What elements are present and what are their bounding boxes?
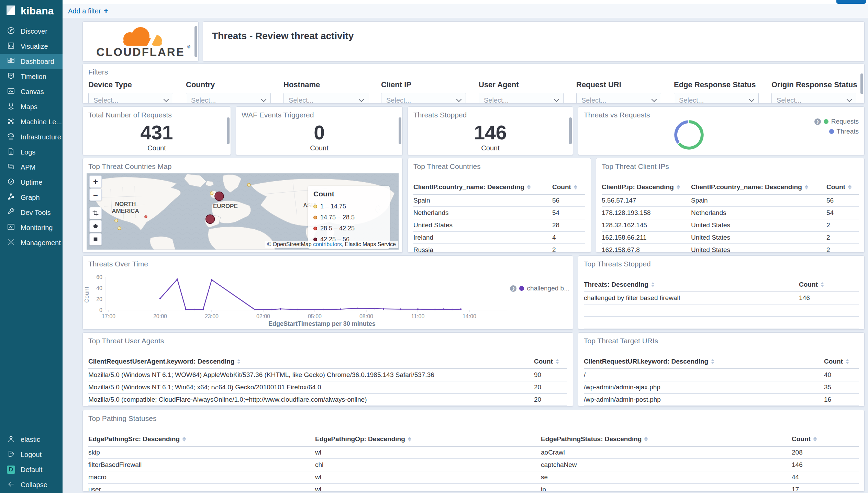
metric-value: 431 [83,122,231,144]
panel-scrollbar[interactable] [569,117,572,144]
sidebar-item-label: elastic [21,436,40,444]
column-header[interactable]: EdgePathingStatus: Descending [541,435,792,443]
map-zoom-out-button[interactable]: – [89,188,102,201]
sidebar-item-dev-tools[interactable]: Dev Tools [0,205,63,220]
sidebar-item-label: Maps [21,103,37,111]
column-header[interactable]: ClientRequestURI.keyword: Descending [584,358,824,365]
column-header[interactable]: Count [799,281,859,288]
sidebar-item-apm[interactable]: APM [0,160,63,175]
map-draw-bounds-tool[interactable] [89,233,102,245]
map-bubble-russia[interactable] [247,183,251,186]
line-chart[interactable]: 020406017:0020:0023:0002:0005:0008:0011:… [83,256,573,330]
table-cell: / [584,371,824,379]
legend-collapse-icon[interactable]: ❯ [510,285,516,292]
column-header[interactable]: Count [824,358,859,365]
column-header[interactable]: ClientIP.country_name: Descending [691,183,826,191]
map-zoom-in-button[interactable]: + [89,175,102,188]
filter-select[interactable]: Select... [576,93,661,104]
sidebar-footer-collapse[interactable]: Collapse [0,477,63,492]
metric-threats-stopped: Threats Stopped 146 Count [408,106,573,155]
filter-select[interactable]: Select... [479,93,564,104]
map-bubble-us-central-[interactable] [115,219,118,222]
filter-select[interactable]: Select... [88,93,173,104]
panel-scrollbar[interactable] [860,73,863,94]
filter-select[interactable]: Select... [283,93,368,104]
update-button[interactable] [836,0,866,4]
sort-icon[interactable] [677,185,680,190]
table-cell: filterBasedFirewall [88,461,315,469]
panel-scrollbar[interactable] [227,117,230,144]
sidebar-item-discover[interactable]: Discover [0,24,63,39]
sort-icon[interactable] [574,185,577,190]
sort-icon[interactable] [805,185,808,190]
table-row: filterBasedFirewallchlcaptchaNew146 [88,459,859,471]
column-header[interactable]: Count [552,183,585,191]
sidebar-item-graph[interactable]: Graph [0,190,63,205]
panel-scrollbar[interactable] [194,26,197,57]
donut-chart[interactable] [672,118,705,151]
sidebar-footer-elastic[interactable]: elastic [0,432,63,447]
table-header-row: ClientIP.country_name: DescendingCount [413,180,585,195]
sort-icon[interactable] [848,185,852,190]
sort-icon[interactable] [846,359,849,364]
svg-text:14:00: 14:00 [463,313,476,319]
sort-icon[interactable] [408,437,411,442]
table-row: userwlip17 [88,484,859,492]
filter-select[interactable]: Select... [186,93,271,104]
filter-select[interactable]: Select... [771,93,856,104]
sort-icon[interactable] [711,359,714,364]
chevron-down-icon [359,97,364,102]
wrench-icon [7,208,15,218]
sort-icon[interactable] [527,185,531,190]
filter-select[interactable]: Select... [381,93,466,104]
sidebar-item-logs[interactable]: Logs [0,145,63,160]
sidebar-item-canvas[interactable]: Canvas [0,84,63,99]
column-header[interactable]: ClientIP.ip: Descending [602,183,691,191]
column-header[interactable]: Count [826,183,859,191]
sort-icon[interactable] [182,437,186,442]
legend-item-challenged[interactable]: ❯ challenged b... [510,285,569,292]
column-header[interactable]: Count [534,358,567,365]
sort-icon[interactable] [821,282,824,287]
filter-select[interactable]: Select... [674,93,759,104]
map-draw-rectangle-tool[interactable] [89,207,102,219]
attribution-link[interactable]: contributors, [313,241,343,247]
sidebar-item-maps[interactable]: Maps [0,99,63,114]
sidebar-item-monitoring[interactable]: Monitoring [0,220,63,235]
sidebar-item-dashboard[interactable]: Dashboard [0,54,63,69]
sidebar-footer-default[interactable]: DDefault [0,462,63,477]
sidebar-item-machine-le-[interactable]: Machine Le... [0,114,63,129]
legend-item-requests[interactable]: ❯ Requests [814,118,859,125]
sidebar-item-management[interactable]: Management [0,235,63,250]
column-header[interactable]: ClientRequestUserAgent.keyword: Descendi… [88,358,534,365]
sort-icon[interactable] [237,359,241,364]
column-header[interactable]: EdgePathingSrc: Descending [88,435,315,443]
sort-icon[interactable] [651,282,655,287]
panel-scrollbar[interactable] [399,117,401,144]
column-header[interactable]: Count [792,435,859,443]
column-header[interactable]: Threats: Descending [584,281,799,288]
add-filter-button[interactable]: Add a filter + [68,7,109,15]
map-draw-polygon-tool[interactable] [89,220,102,232]
sidebar-item-label: Timelion [21,73,46,81]
map-bubble-netherlands[interactable] [215,192,224,201]
map-bubble-united-kingdom[interactable] [210,192,213,195]
sort-icon[interactable] [813,437,817,442]
legend-collapse-icon[interactable]: ❯ [814,118,821,125]
kibana-logo[interactable]: kibana [0,0,63,21]
column-header[interactable]: ClientIP.country_name: Descending [413,183,552,191]
sort-icon[interactable] [644,437,648,442]
legend-item-threats[interactable]: Threats [829,128,859,135]
sidebar-item-visualize[interactable]: Visualize [0,39,63,54]
sidebar-item-uptime[interactable]: Uptime [0,175,63,190]
sidebar-item-infrastructure[interactable]: Infrastructure [0,129,63,145]
map-bubble-us-east[interactable] [145,216,147,218]
world-map[interactable]: NORTH AMERICA EUROPE ASIA + – Count 1 – … [87,173,399,249]
table-row: 128.32.162.145United States2 [602,219,859,232]
sidebar-item-timelion[interactable]: Timelion [0,69,63,84]
sort-icon[interactable] [556,359,559,364]
sidebar-footer-logout[interactable]: Logout [0,447,63,462]
map-bubble-us-central-[interactable] [118,227,121,230]
column-header[interactable]: EdgePathingOp: Descending [315,435,541,443]
map-bubble-spain[interactable] [206,215,215,223]
